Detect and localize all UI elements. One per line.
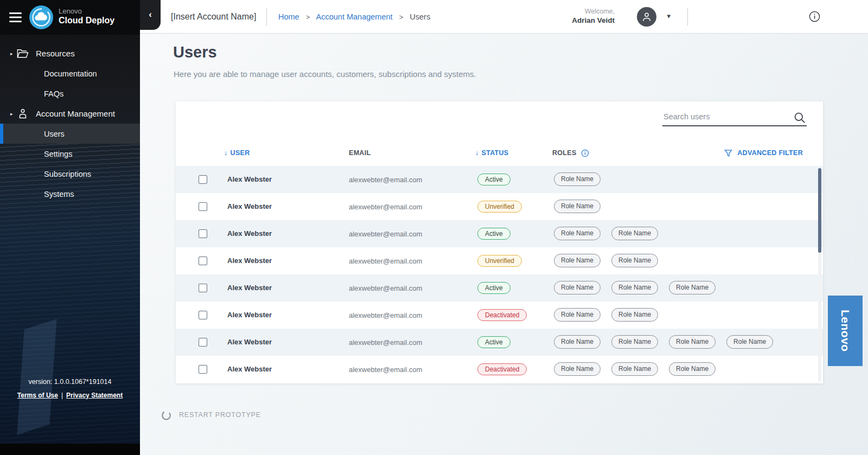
sidebar-item-systems[interactable]: Systems: [0, 184, 140, 204]
user-email: alexwebter@email.com: [349, 366, 422, 374]
status-badge: Active: [477, 228, 510, 240]
sidebar-item-users[interactable]: Users: [0, 124, 140, 144]
role-chip: Role Name: [554, 308, 601, 322]
page-subtitle: Here you are able to manage user account…: [174, 69, 476, 79]
privacy-statement-link[interactable]: Privacy Statement: [66, 392, 123, 399]
column-header-email: EMAIL: [349, 140, 371, 166]
row-checkbox[interactable]: [199, 229, 207, 238]
chevron-down-icon[interactable]: ▾: [667, 12, 671, 20]
user-email: alexwebter@email.com: [349, 203, 422, 211]
user-email: alexwebter@email.com: [349, 284, 422, 292]
status-badge: Unverified: [477, 201, 522, 213]
sidebar-item-settings[interactable]: Settings: [0, 144, 140, 164]
info-icon[interactable]: [581, 149, 589, 157]
header-divider: [687, 8, 688, 25]
search-icon[interactable]: [794, 112, 806, 126]
table-row: Alex Websteralexwebter@email.comDeactiva…: [176, 302, 823, 329]
row-checkbox[interactable]: [199, 338, 207, 347]
sidebar-item-resources[interactable]: ▸ Resources: [0, 43, 140, 63]
table-scrollbar[interactable]: [818, 167, 821, 382]
sidebar-collapse-button[interactable]: ‹: [140, 0, 161, 30]
sidebar-item-label: Users: [44, 130, 65, 138]
role-chips: Role NameRole Name: [554, 308, 658, 322]
status-badge: Active: [477, 174, 510, 185]
user-name: Alex Webster: [227, 202, 272, 210]
sidebar-item-label: Settings: [44, 150, 72, 158]
role-chip: Role Name: [611, 281, 658, 294]
row-checkbox[interactable]: [199, 257, 207, 265]
hamburger-menu-icon[interactable]: [9, 12, 22, 25]
role-chips: Role Name: [554, 200, 601, 213]
users-table-card: ↓USER EMAIL ↓STATUS ROLES ADVANCED FILTE…: [176, 101, 823, 383]
table-row: Alex Websteralexwebter@email.comUnverifi…: [176, 193, 823, 220]
role-chip: Role Name: [554, 362, 601, 376]
status-badge: Active: [477, 336, 510, 348]
role-chips: Role NameRole Name: [554, 254, 658, 267]
advanced-filter-button[interactable]: ADVANCED FILTER: [724, 140, 803, 166]
role-chip: Role Name: [726, 335, 773, 349]
column-header-user[interactable]: ↓USER: [224, 140, 250, 166]
sidebar-nav: ▸ Resources Documentation FAQs ▸ Account…: [0, 43, 140, 204]
breadcrumb-current: Users: [410, 12, 430, 21]
role-chip: Role Name: [554, 200, 601, 213]
role-chip: Role Name: [611, 335, 658, 349]
table-header-row: ↓USER EMAIL ↓STATUS ROLES ADVANCED FILTE…: [176, 140, 823, 166]
user-email: alexwebter@email.com: [349, 230, 422, 238]
table-row: Alex Websteralexwebter@email.comDeactiva…: [176, 356, 823, 383]
column-header-status[interactable]: ↓STATUS: [475, 140, 509, 166]
table-body: Alex Websteralexwebter@email.comActiveRo…: [176, 166, 823, 383]
search-users-field: [662, 110, 807, 126]
role-chip: Role Name: [611, 362, 658, 376]
breadcrumb-home[interactable]: Home: [278, 12, 299, 21]
header-divider: [266, 8, 267, 26]
role-chips: Role NameRole NameRole NameRole Name: [554, 335, 773, 349]
sidebar-item-documentation[interactable]: Documentation: [0, 63, 140, 84]
role-chip: Role Name: [554, 335, 601, 349]
welcome-block: Welcome, Adrian Veidt: [572, 7, 615, 25]
role-chip: Role Name: [669, 281, 716, 294]
status-badge: Active: [477, 282, 510, 294]
role-chip: Role Name: [669, 335, 716, 349]
role-chip: Role Name: [554, 254, 601, 267]
info-icon[interactable]: [809, 11, 820, 22]
legal-separator: |: [61, 392, 63, 399]
role-chips: Role Name: [554, 172, 601, 186]
expand-arrow-icon: ▸: [10, 111, 13, 117]
role-chip: Role Name: [554, 227, 601, 240]
breadcrumb-account-management[interactable]: Account Management: [316, 12, 393, 21]
sort-desc-icon: ↓: [224, 149, 228, 157]
restart-prototype-button[interactable]: RESTART PROTOTYPE: [160, 408, 261, 421]
restart-label: RESTART PROTOTYPE: [179, 411, 261, 419]
sidebar-item-subscriptions[interactable]: Subscriptions: [0, 164, 140, 184]
avatar[interactable]: [637, 7, 656, 27]
sidebar-item-account-management[interactable]: ▸ Account Management: [0, 104, 140, 124]
legal-links: Terms of Use|Privacy Statement: [0, 392, 140, 399]
top-header: [Insert Account Name] Home > Account Man…: [140, 0, 868, 34]
filter-funnel-icon: [724, 149, 732, 157]
role-chip: Role Name: [611, 254, 658, 267]
row-checkbox[interactable]: [199, 365, 207, 374]
row-checkbox[interactable]: [199, 284, 207, 292]
table-row: Alex Websteralexwebter@email.comActiveRo…: [176, 274, 823, 302]
terms-of-use-link[interactable]: Terms of Use: [17, 392, 58, 399]
row-checkbox[interactable]: [199, 175, 207, 184]
page-title: Users: [173, 43, 217, 61]
table-row: Alex Websteralexwebter@email.comActiveRo…: [176, 329, 823, 356]
user-email: alexwebter@email.com: [349, 257, 422, 265]
lenovo-logo-text: Lenovo: [839, 310, 852, 352]
user-name: Alex Webster: [227, 365, 272, 373]
user-name: Alex Webster: [227, 311, 272, 319]
sidebar-item-label: Resources: [36, 49, 75, 58]
version-text: version: 1.0.0.1067*191014: [0, 378, 140, 386]
chevron-left-icon: ‹: [149, 9, 152, 20]
row-checkbox[interactable]: [199, 202, 207, 211]
search-input[interactable]: [662, 110, 786, 124]
scrollbar-thumb[interactable]: [818, 168, 821, 253]
row-checkbox[interactable]: [199, 311, 207, 319]
sidebar-item-faqs[interactable]: FAQs: [0, 84, 140, 104]
main-content: Users Here you are able to manage user a…: [140, 34, 868, 455]
sidebar-item-label: Documentation: [44, 69, 97, 78]
person-icon: [641, 11, 653, 23]
user-email: alexwebter@email.com: [349, 311, 422, 319]
role-chips: Role NameRole NameRole Name: [554, 362, 716, 376]
